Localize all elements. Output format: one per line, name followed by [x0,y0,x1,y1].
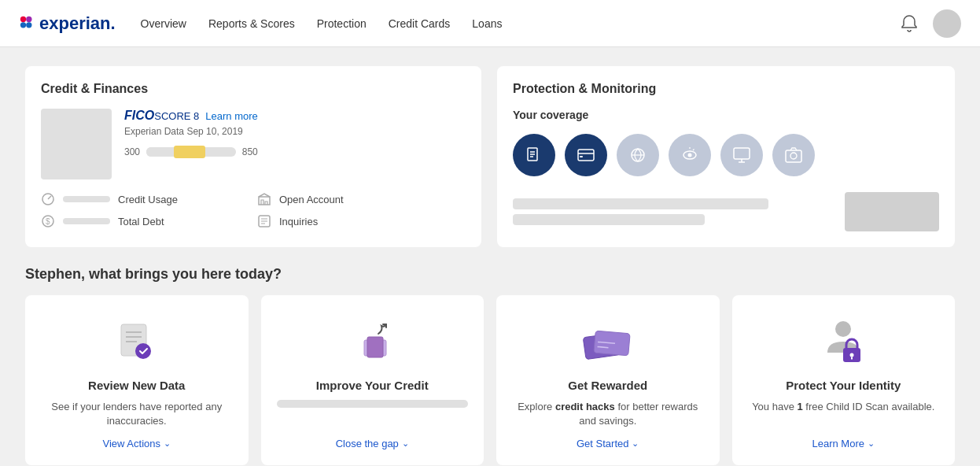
credit-detail-inquiries: Inquiries [257,214,466,228]
usage-label: Credit Usage [118,194,178,205]
nav-item-protection[interactable]: Protection [317,17,367,30]
nav-item-loans[interactable]: Loans [472,17,502,30]
review-card-link[interactable]: View Actions ⌄ [103,438,171,449]
usage-bar [63,196,110,202]
eye-alert-icon [680,146,699,165]
svg-rect-11 [580,156,583,157]
protect-card-link[interactable]: Learn More ⌄ [812,438,875,449]
rewarded-icon-area [580,314,636,369]
navbar: experian. Overview Reports & Scores Prot… [0,0,980,47]
protection-bars [513,192,939,231]
fico-info: FICOSCORE 8 Learn more Experian Data Sep… [124,109,258,170]
rewarded-link-text: Get Started [577,438,628,449]
fico-label-row: FICOSCORE 8 Learn more [124,109,258,123]
fico-chart [41,109,112,179]
svg-point-24 [835,321,851,337]
protect-link-text: Learn More [812,438,864,449]
protect-identity-card: Protect Your Identity You have 1 free Ch… [732,295,956,465]
improve-icon [348,318,396,365]
debt-bar [63,218,110,224]
review-card-desc: See if your lenders have reported any in… [41,400,233,428]
network-icon [628,146,647,165]
improve-card-title: Improve Your Credit [316,379,429,392]
nav-item-credit-cards[interactable]: Credit Cards [389,17,451,30]
score-bar [146,147,236,157]
rewarded-chevron-icon: ⌄ [632,438,639,449]
review-icon-area [109,314,164,369]
coverage-icons-row [513,134,939,176]
svg-point-3 [26,22,31,28]
coverage-icon-monitor[interactable] [720,134,763,176]
improve-icon-area [344,314,400,369]
svg-rect-21 [367,337,383,357]
improve-credit-card: Improve Your Credit Close the gap ⌄ [261,295,484,465]
improve-card-link[interactable]: Close the gap ⌄ [336,438,409,449]
svg-rect-16 [786,150,801,162]
rewarded-card-title: Get Rewarded [568,379,647,392]
protect-card-desc: You have 1 free Child ID Scan available. [752,400,934,414]
credit-finances-title: Credit & Finances [41,82,466,96]
fico-learn-more-link[interactable]: Learn more [205,110,257,122]
free-scan-count-bold: 1 [797,401,802,412]
review-chevron-icon: ⌄ [164,438,171,449]
building-icon [257,192,271,206]
svg-rect-5 [259,197,270,205]
svg-point-0 [20,16,26,21]
credit-details: Credit Usage Open Account $ [41,192,466,228]
credit-detail-usage: Credit Usage [41,192,249,206]
coverage-icon-camera[interactable] [772,134,815,176]
review-card-title: Review New Data [88,379,185,392]
bottom-section: Stephen, what brings you here today? Rev… [25,266,955,465]
protect-chevron-icon: ⌄ [868,438,875,449]
coverage-icon-network[interactable] [617,134,659,176]
nav-item-reports-scores[interactable]: Reports & Scores [208,17,295,30]
rewarded-icon [580,318,636,365]
rewarded-card-desc: Explore credit hacks for better rewards … [512,400,704,428]
credit-detail-total-debt: $ Total Debt [41,214,249,228]
prot-bar-1 [513,198,768,209]
fico-text: FICOSCORE 8 [124,109,199,123]
credit-finances-panel: Credit & Finances FICOSCORE 8 Learn more… [25,66,481,247]
notification-bell-icon[interactable] [898,13,920,35]
protect-icon-area [816,314,871,369]
get-rewarded-card: Get Rewarded Explore credit hacks for be… [496,295,720,465]
prot-image [845,192,939,231]
svg-rect-10 [578,150,594,161]
review-icon [113,318,160,365]
svg-point-14 [688,153,692,157]
coverage-icon-report[interactable] [513,134,555,176]
nav-item-overview[interactable]: Overview [141,17,186,30]
nav-right [898,9,961,38]
review-new-data-card: Review New Data See if your lenders have… [25,295,249,465]
svg-rect-15 [734,148,750,159]
score-min: 300 [124,146,140,157]
credit-detail-open-account: Open Account [257,192,466,206]
svg-point-1 [26,16,31,21]
camera-icon [784,146,803,165]
coverage-title: Your coverage [513,109,939,121]
review-link-text: View Actions [103,438,160,449]
protect-card-title: Protect Your Identity [786,379,901,392]
score-bar-marker [174,146,205,158]
coverage-icon-alert[interactable] [669,134,711,176]
credit-card-icon [577,146,595,165]
svg-point-2 [20,22,26,28]
logo[interactable]: experian. [19,13,116,34]
list-icon [257,214,271,228]
fico-score-label: SCORE 8 [154,110,199,122]
monitor-icon [732,146,751,165]
avatar[interactable] [933,9,961,38]
report-icon [525,146,543,165]
rewarded-card-link[interactable]: Get Started ⌄ [577,438,639,449]
svg-point-19 [135,343,151,359]
improve-chevron-icon: ⌄ [402,438,409,449]
score-max: 850 [242,146,258,157]
prot-bar-group [513,198,832,225]
coverage-icon-credit-card[interactable] [565,134,607,176]
top-row: Credit & Finances FICOSCORE 8 Learn more… [25,66,955,247]
logo-text: experian. [39,13,116,34]
fico-section: FICOSCORE 8 Learn more Experian Data Sep… [41,109,466,179]
bottom-greeting: Stephen, what brings you here today? [25,266,955,283]
improve-link-text: Close the gap [336,438,399,449]
main-content: Credit & Finances FICOSCORE 8 Learn more… [0,47,980,466]
